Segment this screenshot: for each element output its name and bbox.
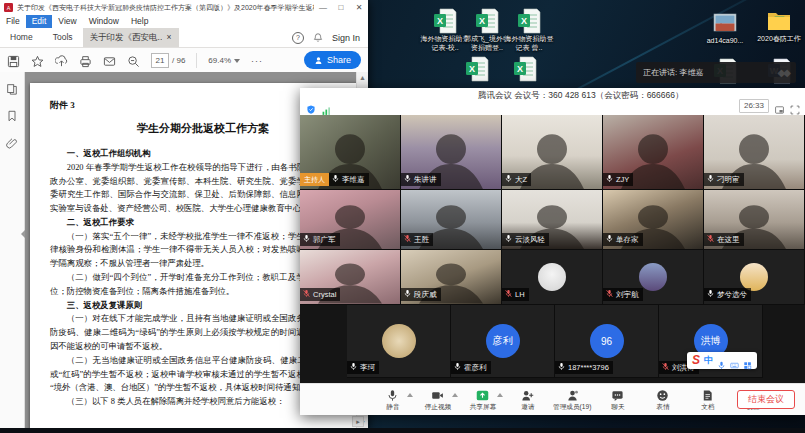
chevron-up-icon[interactable]: [497, 393, 503, 397]
tab-home[interactable]: Home: [0, 28, 43, 47]
page-number-input[interactable]: 21: [151, 53, 169, 68]
save-icon[interactable]: [7, 54, 20, 67]
participant-tile[interactable]: 郭广军: [300, 190, 401, 250]
participant-tile[interactable]: 朱讲讲: [401, 115, 502, 190]
desktop-icon-folder[interactable]: 2020春防工作: [754, 8, 804, 44]
participant-tile[interactable]: 段庆威: [401, 250, 502, 305]
toolbar-button-label: 表情: [656, 402, 669, 412]
participant-name: 霍彦利: [464, 363, 487, 373]
participant-tile[interactable]: 96187****3796: [555, 305, 659, 378]
sign-in-button[interactable]: Sign In: [332, 33, 360, 43]
menu-help[interactable]: Help: [125, 15, 154, 28]
help-icon[interactable]: ?: [292, 32, 304, 44]
scroll-up-arrow[interactable]: ▲: [357, 72, 368, 83]
doc-button[interactable]: 文档: [685, 388, 730, 412]
page-thumbnails-icon[interactable]: [6, 81, 18, 93]
participant-tile[interactable]: 彦利霍彦利: [451, 305, 555, 378]
speaking-toast-text: 正在讲话: 李维嘉: [643, 67, 778, 78]
upload-cloud-icon[interactable]: [55, 54, 68, 67]
svg-text:X: X: [437, 16, 443, 26]
notifications-bell-icon[interactable]: [313, 32, 323, 43]
participant-tile[interactable]: 在这里: [704, 190, 805, 250]
participant-tile[interactable]: 刁明宦: [704, 115, 805, 190]
end-meeting-button[interactable]: 结束会议: [737, 390, 795, 409]
menu-edit[interactable]: Edit: [26, 15, 53, 28]
scroll-right-arrow[interactable]: ▸: [352, 416, 364, 427]
participant-tile[interactable]: 单存家: [603, 190, 704, 250]
excel-file-icon: X: [517, 8, 541, 34]
mic-muted-icon: [403, 234, 412, 245]
desktop-icon-image[interactable]: ad14ca90...: [700, 10, 750, 46]
close-button[interactable]: ✕: [350, 0, 368, 15]
tab-close-icon[interactable]: ×: [167, 28, 172, 47]
participant-name-tag: 朱讲讲: [401, 173, 441, 186]
zoom-level-select[interactable]: 69.4%: [208, 56, 240, 65]
chevron-up-icon[interactable]: [407, 393, 413, 397]
desktop-icon-excel[interactable]: X海外物资捐助登记表 曾..: [504, 8, 554, 53]
participant-tile[interactable]: 梦兮选兮: [704, 250, 805, 305]
ime-toolbar[interactable]: S 中: [687, 352, 757, 369]
menu-view[interactable]: View: [52, 15, 82, 28]
mic-icon: [302, 234, 311, 245]
svg-text:X: X: [517, 64, 523, 74]
mic-muted-icon: [504, 289, 513, 300]
participant-tile[interactable]: 云淡风轻: [502, 190, 603, 250]
participant-tile[interactable]: 大Z: [502, 115, 603, 190]
bookmarks-icon[interactable]: [6, 108, 18, 120]
chevron-up-icon[interactable]: [452, 393, 458, 397]
share-button[interactable]: Share: [304, 51, 361, 69]
members-button[interactable]: 管理成员(19): [550, 388, 595, 412]
more-options-button[interactable]: ···: [251, 56, 263, 66]
svg-text:X: X: [479, 16, 485, 26]
sogou-logo-icon[interactable]: S: [692, 352, 700, 369]
participant-name: 段庆威: [414, 290, 437, 300]
minimize-window-icon[interactable]: [774, 101, 785, 111]
participant-tile[interactable]: 李珂: [347, 305, 451, 378]
speaking-toast: 正在讲话: 李维嘉 ◆◆: [636, 62, 796, 83]
search-zoom-icon[interactable]: [127, 54, 140, 67]
attachments-clip-icon[interactable]: [6, 135, 18, 147]
print-icon[interactable]: [79, 54, 92, 67]
ime-keyboard-icon[interactable]: [730, 356, 739, 365]
pdf-titlebar: A 关于印发《西安电子科技大学新冠肺炎疫情防控工作方案（第四版）》及2020年春…: [0, 0, 368, 15]
participant-name: 在这里: [717, 235, 740, 245]
camera-button[interactable]: 停止视频: [415, 388, 460, 412]
pdf-tabrow: Home Tools 关于印发《西安电.. × ? Sign In: [0, 28, 368, 48]
menu-file[interactable]: File: [0, 15, 26, 28]
mic-icon: [403, 174, 412, 185]
mic-button[interactable]: 静音: [370, 388, 415, 412]
emoji-button[interactable]: 表情: [640, 388, 685, 412]
mail-icon[interactable]: [103, 54, 116, 67]
menu-window[interactable]: Window: [83, 15, 125, 28]
page-total: / 96: [172, 56, 185, 65]
desktop-icon-excel[interactable]: X: [452, 56, 502, 82]
participant-name: Crystal: [313, 290, 336, 299]
ime-mode-chinese[interactable]: 中: [704, 354, 713, 367]
tab-tools[interactable]: Tools: [43, 28, 83, 47]
participant-tile[interactable]: ZJY: [603, 115, 704, 190]
tab-document[interactable]: 关于印发《西安电.. ×: [83, 28, 179, 47]
security-shield-icon[interactable]: [306, 101, 316, 112]
desktop-icon-label: 2020春防工作: [757, 35, 801, 44]
participant-tile[interactable]: 王胜: [401, 190, 502, 250]
pdf-scroll-corner[interactable]: ▸: [352, 416, 364, 427]
svg-text:X: X: [469, 64, 475, 74]
participant-tile[interactable]: Crystal: [300, 250, 401, 305]
ime-tools-icon[interactable]: [743, 356, 752, 365]
participant-avatar: 彦利: [486, 324, 520, 358]
chat-button[interactable]: 聊天: [595, 388, 640, 412]
participant-avatar: [538, 263, 566, 291]
desktop-icon-excel[interactable]: X: [500, 56, 550, 82]
maximize-button[interactable]: □: [332, 0, 350, 15]
participant-tile[interactable]: 刘宇航: [603, 250, 704, 305]
participant-tile[interactable]: LH: [502, 250, 603, 305]
excel-file-icon: X: [475, 8, 499, 34]
invite-button[interactable]: 邀请: [505, 388, 550, 412]
star-icon[interactable]: [31, 54, 44, 67]
mic-icon: [706, 289, 715, 300]
minimize-button[interactable]: —: [314, 0, 332, 15]
share-screen-button[interactable]: 共享屏幕: [460, 388, 505, 412]
participant-tile[interactable]: 主持人李维嘉: [300, 115, 401, 190]
fullscreen-icon[interactable]: [790, 101, 800, 111]
ime-mic-icon[interactable]: [717, 356, 726, 365]
